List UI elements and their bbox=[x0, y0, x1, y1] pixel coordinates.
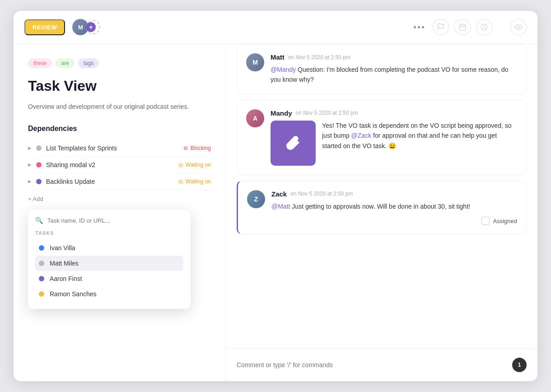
attachment-thumbnail[interactable] bbox=[271, 121, 316, 166]
dependency-item: ▶ Sharing modal v2 ◎ Waiting on bbox=[28, 157, 211, 173]
task-dot bbox=[39, 245, 44, 251]
tag-tags[interactable]: tags bbox=[78, 58, 99, 68]
dependency-item: ▶ Backlinks Update ◎ Waiting on bbox=[28, 173, 211, 190]
clock-icon-button[interactable] bbox=[476, 19, 492, 35]
more-button[interactable]: ••• bbox=[413, 22, 425, 33]
calendar-icon-button[interactable] bbox=[454, 19, 471, 35]
flag-icon-button[interactable] bbox=[433, 19, 449, 35]
message-body: Matt on Nov 5 2020 at 2:50 pm @Mandy Que… bbox=[271, 53, 517, 85]
right-panel: M Matt on Nov 5 2020 at 2:50 pm @Mandy Q… bbox=[226, 44, 537, 381]
comment-matt: M Matt on Nov 5 2020 at 2:50 pm @Mandy Q… bbox=[237, 44, 527, 94]
comment-zack: Z Zack on Nov 5 2020 at 2:50 pm @Matt Ju… bbox=[237, 181, 527, 234]
dep-name: List Templates for Sprints bbox=[46, 145, 179, 152]
tag-these[interactable]: these bbox=[28, 58, 52, 68]
chevron-right-icon[interactable]: ▶ bbox=[28, 145, 32, 150]
left-panel: these are tags Task View Overview and de… bbox=[14, 44, 226, 381]
task-dot bbox=[39, 291, 44, 297]
task-option-aaron[interactable]: Aaron Finst bbox=[35, 271, 183, 286]
message-body: Mandy on Nov 5 2020 at 2:50 pm Yes! The … bbox=[271, 109, 517, 166]
task-option-ivan[interactable]: Ivan Villa bbox=[35, 240, 183, 256]
sender-name: Matt bbox=[271, 53, 285, 61]
header-right-icons bbox=[433, 19, 492, 35]
avatar-group: M + bbox=[72, 19, 100, 35]
message-text: @Matt Just getting to approvals now. Wil… bbox=[271, 201, 517, 211]
dependency-item: ▶ List Templates for Sprints ⊖ Blocking bbox=[28, 140, 211, 157]
avatar-matt: M bbox=[246, 53, 264, 71]
dep-dot bbox=[36, 179, 42, 184]
message-with-attachment: Yes! The VO task is dependent on the VO … bbox=[271, 121, 517, 166]
task-description: Overview and development of our original… bbox=[28, 102, 211, 112]
task-title: Task View bbox=[28, 77, 211, 94]
waiting-icon: ◎ bbox=[178, 178, 183, 185]
chevron-right-icon[interactable]: ▶ bbox=[28, 179, 32, 184]
assigned-label: Assigned bbox=[493, 218, 517, 224]
search-icon: 🔍 bbox=[35, 217, 43, 224]
dep-status: ◎ Waiting on bbox=[178, 162, 211, 168]
chevron-right-icon[interactable]: ▶ bbox=[28, 162, 32, 167]
dependencies-section-title: Dependencies bbox=[28, 125, 211, 133]
dep-name: Sharing modal v2 bbox=[46, 161, 174, 168]
dep-status: ⊖ Blocking bbox=[183, 145, 211, 151]
main-content: these are tags Task View Overview and de… bbox=[14, 44, 537, 381]
sender-name: Zack bbox=[271, 190, 287, 198]
mention: @Mandy bbox=[271, 66, 296, 73]
avatar-mandy: A bbox=[246, 109, 264, 127]
avatar-zack: Z bbox=[247, 190, 265, 208]
svg-point-6 bbox=[518, 26, 520, 28]
message-time: on Nov 5 2020 at 2:50 pm bbox=[290, 191, 353, 197]
dep-name: Backlinks Update bbox=[46, 178, 174, 185]
task-search-input[interactable] bbox=[47, 217, 183, 224]
tasks-label: TASKS bbox=[35, 230, 183, 236]
comment-mandy: A Mandy on Nov 5 2020 at 2:50 pm bbox=[237, 100, 527, 175]
dep-dot bbox=[36, 162, 42, 168]
search-input-row: 🔍 bbox=[35, 217, 183, 224]
app-header: REVIEW M + ••• bbox=[14, 11, 537, 44]
message-header: Zack on Nov 5 2020 at 2:50 pm bbox=[271, 190, 517, 198]
add-avatar-button[interactable]: + bbox=[86, 22, 96, 32]
message-text: Yes! The VO task is dependent on the VO … bbox=[322, 121, 517, 151]
search-dropdown: 🔍 TASKS Ivan Villa Matt Miles Aaron Fins… bbox=[28, 210, 191, 309]
message-footer: Assigned bbox=[271, 217, 517, 225]
assigned-checkbox[interactable] bbox=[481, 217, 490, 225]
sender-name: Mandy bbox=[271, 109, 292, 117]
mention: @Zack bbox=[351, 132, 372, 139]
task-option-ramon[interactable]: Ramon Sanches bbox=[35, 286, 183, 302]
review-badge[interactable]: REVIEW bbox=[24, 19, 65, 35]
comment-input[interactable] bbox=[237, 361, 512, 369]
send-badge[interactable]: 1 bbox=[512, 358, 527, 372]
message-time: on Nov 5 2020 at 2:50 pm bbox=[296, 110, 358, 116]
message-time: on Nov 5 2020 at 2:50 pm bbox=[288, 54, 350, 61]
message-header: Mandy on Nov 5 2020 at 2:50 pm bbox=[271, 109, 517, 117]
message-header: Matt on Nov 5 2020 at 2:50 pm bbox=[271, 53, 517, 61]
tag-are[interactable]: are bbox=[56, 58, 74, 68]
messages-container: M Matt on Nov 5 2020 at 2:50 pm @Mandy Q… bbox=[226, 44, 537, 348]
waiting-icon: ◎ bbox=[178, 162, 183, 168]
eye-icon-button[interactable] bbox=[510, 19, 527, 35]
dep-status: ◎ Waiting on bbox=[178, 178, 211, 185]
mention: @Matt bbox=[271, 203, 290, 210]
message-text: @Mandy Question: I'm blocked from comple… bbox=[271, 65, 517, 85]
comment-box: 1 bbox=[226, 348, 537, 381]
svg-rect-1 bbox=[459, 24, 466, 31]
avatar-placeholder[interactable]: + bbox=[86, 20, 100, 34]
task-dot bbox=[39, 261, 44, 266]
task-dot bbox=[39, 276, 44, 281]
blocking-icon: ⊖ bbox=[183, 145, 188, 151]
message-body: Zack on Nov 5 2020 at 2:50 pm @Matt Just… bbox=[271, 190, 517, 225]
tags-row: these are tags bbox=[28, 58, 211, 68]
add-dependency-button[interactable]: + Add bbox=[28, 190, 43, 208]
dep-dot bbox=[36, 145, 42, 151]
task-option-matt[interactable]: Matt Miles bbox=[35, 256, 183, 271]
